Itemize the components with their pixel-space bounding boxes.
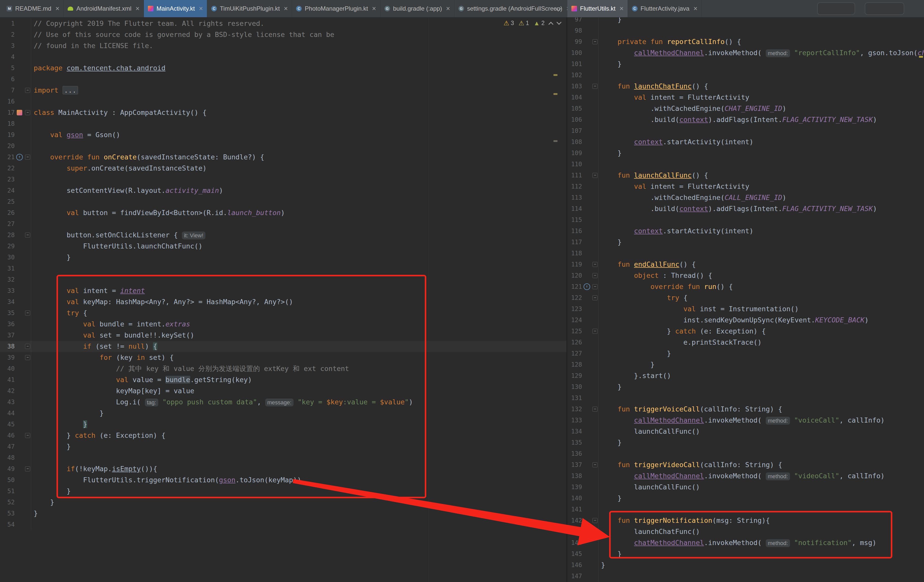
fold-icon[interactable]: −: [592, 329, 597, 334]
gutter[interactable]: 3: [0, 40, 31, 51]
fold-icon[interactable]: −: [592, 295, 597, 300]
gutter[interactable]: 20: [0, 140, 31, 151]
gutter[interactable]: 1: [0, 18, 31, 29]
gutter[interactable]: 118: [568, 248, 599, 259]
gutter[interactable]: 45: [0, 419, 31, 430]
gutter[interactable]: 5: [0, 62, 31, 74]
tab-build.gradle-app-[interactable]: Gbuild.gradle (:app)×: [380, 0, 454, 17]
editor-pane-right[interactable]: 97 }9899− private fun reportCallInfo() {…: [568, 17, 924, 582]
gutter[interactable]: 34: [0, 296, 31, 307]
gutter[interactable]: 38−: [0, 341, 31, 352]
tab-readme.md[interactable]: MREADME.md×: [3, 0, 64, 17]
gutter[interactable]: 146: [568, 559, 599, 570]
gutter[interactable]: 2: [0, 29, 31, 40]
fold-icon[interactable]: −: [592, 407, 597, 412]
gutter[interactable]: 52: [0, 497, 31, 508]
gutter[interactable]: 116: [568, 225, 599, 237]
gutter[interactable]: 49−: [0, 463, 31, 475]
gutter[interactable]: 106: [568, 114, 599, 125]
gutter[interactable]: 30: [0, 252, 31, 263]
tab-photomanagerplugin.kt[interactable]: CPhotoManagerPlugin.kt×: [292, 0, 380, 17]
gutter[interactable]: 31: [0, 263, 31, 274]
gutter[interactable]: 6: [0, 74, 31, 85]
gutter[interactable]: 46−: [0, 430, 31, 441]
gutter[interactable]: 142−: [568, 515, 599, 526]
inspection-item[interactable]: ▲2: [533, 20, 544, 26]
fold-icon[interactable]: −: [25, 110, 30, 115]
gutter[interactable]: 128: [568, 359, 599, 370]
gutter[interactable]: 126: [568, 337, 599, 348]
fold-icon[interactable]: −: [25, 355, 30, 360]
gutter[interactable]: 98: [568, 25, 599, 36]
gutter[interactable]: 25: [0, 196, 31, 207]
gutter[interactable]: 35−: [0, 307, 31, 319]
gutter[interactable]: 99−: [568, 36, 599, 47]
tab-androidmanifest.xml[interactable]: AndroidManifest.xml×: [64, 0, 144, 17]
editor-right-content[interactable]: 97 }9899− private fun reportCallInfo() {…: [568, 17, 924, 582]
gutter[interactable]: 102: [568, 70, 599, 81]
fold-icon[interactable]: −: [592, 518, 597, 523]
gutter[interactable]: 132−: [568, 404, 599, 415]
error-stripe-mark[interactable]: [919, 56, 923, 58]
gutter[interactable]: 125−: [568, 326, 599, 337]
gutter[interactable]: 48: [0, 452, 31, 463]
tab-timuikitpushplugin.kt[interactable]: CTimUiKitPushPlugin.kt×: [207, 0, 292, 17]
gutter[interactable]: 36: [0, 319, 31, 330]
fold-icon[interactable]: −: [25, 233, 30, 238]
gutter[interactable]: 135: [568, 437, 599, 448]
gutter[interactable]: 119−: [568, 259, 599, 270]
gutter[interactable]: 100: [568, 47, 599, 58]
gutter[interactable]: 107: [568, 125, 599, 136]
gutter[interactable]: 138: [568, 470, 599, 482]
gutter[interactable]: 18: [0, 118, 31, 129]
gutter[interactable]: 17−: [0, 107, 31, 118]
gutter[interactable]: 41: [0, 374, 31, 385]
error-stripe-mark[interactable]: [553, 74, 558, 76]
fold-icon[interactable]: −: [592, 462, 597, 467]
tab-flutterutils.kt[interactable]: FlutterUtils.kt×: [568, 0, 628, 17]
gutter[interactable]: 112: [568, 181, 599, 192]
fold-icon[interactable]: −: [25, 433, 30, 438]
gutter[interactable]: 54: [0, 519, 31, 530]
close-tab-icon[interactable]: ×: [446, 5, 450, 12]
gutter[interactable]: 133: [568, 415, 599, 426]
close-tab-icon[interactable]: ×: [135, 5, 140, 12]
fold-icon[interactable]: −: [592, 284, 597, 289]
tab-mainactivity.kt[interactable]: MainActivity.kt×: [144, 0, 207, 17]
gutter[interactable]: 42: [0, 385, 31, 396]
gutter[interactable]: 26: [0, 207, 31, 219]
gutter[interactable]: 37: [0, 330, 31, 341]
fold-icon[interactable]: −: [25, 155, 30, 159]
fold-icon[interactable]: −: [592, 84, 597, 89]
gutter[interactable]: 123: [568, 303, 599, 314]
next-highlight-icon[interactable]: [556, 20, 561, 25]
gutter[interactable]: 7−: [0, 85, 31, 96]
gutter[interactable]: 145: [568, 548, 599, 559]
fold-icon[interactable]: −: [592, 173, 597, 178]
gutter[interactable]: 21↑−: [0, 151, 31, 163]
fold-icon[interactable]: −: [592, 39, 597, 44]
class-gutter-icon[interactable]: [17, 110, 22, 115]
close-tab-icon[interactable]: ×: [284, 5, 288, 12]
gutter[interactable]: 143: [568, 526, 599, 537]
error-stripe-mark[interactable]: [553, 140, 558, 142]
gutter[interactable]: 39−: [0, 352, 31, 363]
gutter[interactable]: 103−: [568, 81, 599, 92]
fold-icon[interactable]: −: [592, 273, 597, 278]
gutter[interactable]: 124: [568, 314, 599, 326]
close-tab-icon[interactable]: ×: [56, 5, 59, 12]
gutter[interactable]: 24: [0, 185, 31, 196]
gutter[interactable]: 19: [0, 129, 31, 140]
fold-icon[interactable]: −: [25, 466, 30, 472]
gutter[interactable]: 122−: [568, 292, 599, 303]
gutter[interactable]: 97: [568, 17, 599, 25]
close-tab-icon[interactable]: ×: [372, 5, 376, 12]
close-tab-icon[interactable]: ×: [620, 5, 624, 12]
gutter[interactable]: 4: [0, 51, 31, 62]
fold-icon[interactable]: −: [25, 88, 30, 93]
gutter[interactable]: 32: [0, 274, 31, 285]
gutter[interactable]: 115: [568, 214, 599, 225]
gutter[interactable]: 23: [0, 174, 31, 185]
fold-icon[interactable]: −: [592, 262, 597, 267]
error-stripe-mark[interactable]: [553, 93, 558, 95]
